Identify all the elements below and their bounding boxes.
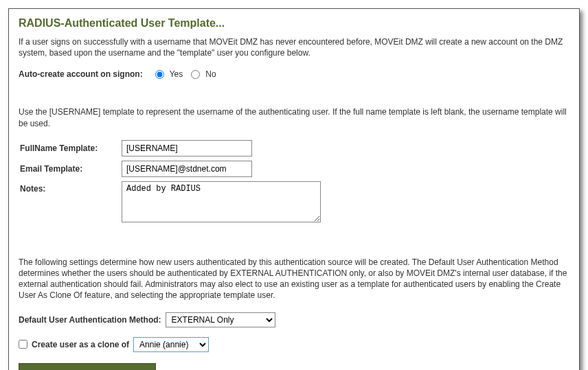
auto-create-yes-label: Yes xyxy=(170,69,183,79)
auto-create-yes-radio[interactable] xyxy=(155,70,164,79)
template-hint-paragraph: Use the [USERNAME] template to represent… xyxy=(19,106,569,128)
radius-user-template-panel: RADIUS-Authenticated User Template... If… xyxy=(8,8,580,370)
clone-checkbox-label: Create user as a clone of xyxy=(32,340,129,349)
intro-paragraph: If a user signs on successfully with a u… xyxy=(19,36,569,58)
fullname-row: FullName Template: xyxy=(19,140,569,157)
auth-method-paragraph: The following settings determine how new… xyxy=(19,257,569,301)
auto-create-no-radio[interactable] xyxy=(191,70,200,79)
notes-textarea[interactable]: Added by RADIUS xyxy=(122,181,321,222)
auth-method-select[interactable]: EXTERNAL Only xyxy=(166,312,275,327)
auto-create-no-label: No xyxy=(205,69,216,79)
fullname-label: FullName Template: xyxy=(19,143,122,153)
fullname-input[interactable] xyxy=(122,140,252,157)
notes-row: Notes: Added by RADIUS xyxy=(19,181,569,222)
clone-checkbox[interactable] xyxy=(19,340,27,349)
notes-label: Notes: xyxy=(19,181,122,194)
auto-create-radio-group: Yes No xyxy=(151,69,216,79)
auth-method-row: Default User Authentication Method: EXTE… xyxy=(19,312,569,327)
email-row: Email Template: xyxy=(19,161,569,177)
clone-row: Create user as a clone of Annie (annie) xyxy=(19,337,569,352)
auth-method-label: Default User Authentication Method: xyxy=(19,315,161,325)
email-input[interactable] xyxy=(122,161,252,177)
clone-user-select[interactable]: Annie (annie) xyxy=(133,337,209,352)
auto-create-label: Auto-create account on signon: xyxy=(19,69,143,79)
change-radius-settings-button[interactable]: Change RADIUS User Settings xyxy=(19,363,156,371)
auto-create-row: Auto-create account on signon: Yes No xyxy=(19,69,569,79)
email-label: Email Template: xyxy=(19,164,122,174)
page-title: RADIUS-Authenticated User Template... xyxy=(19,17,569,30)
